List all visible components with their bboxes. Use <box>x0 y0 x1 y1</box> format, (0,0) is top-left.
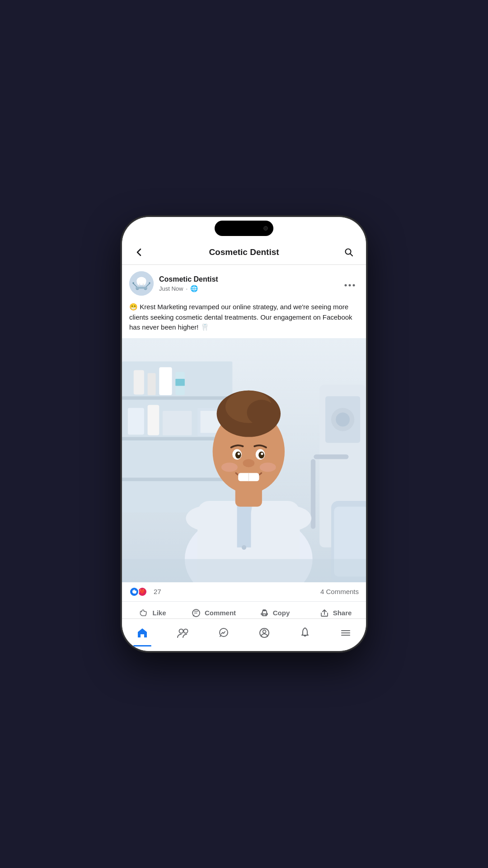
svg-point-62 <box>186 505 230 531</box>
copy-button[interactable]: Copy <box>244 604 305 619</box>
svg-point-45 <box>242 545 246 549</box>
search-button[interactable] <box>341 244 357 260</box>
svg-point-54 <box>258 451 264 458</box>
globe-icon: 🌐 <box>190 285 198 292</box>
messenger-icon <box>218 627 230 639</box>
groups-icon <box>258 627 270 639</box>
svg-point-61 <box>260 462 276 472</box>
nav-groups[interactable] <box>244 619 285 646</box>
svg-point-70 <box>263 630 266 633</box>
svg-point-6 <box>137 280 141 285</box>
more-options-button[interactable] <box>341 276 359 291</box>
svg-rect-37 <box>314 454 348 459</box>
camera-dot <box>263 226 268 231</box>
nav-notifications[interactable] <box>285 619 325 646</box>
nav-friends[interactable] <box>163 619 203 646</box>
bottom-nav <box>122 618 366 651</box>
svg-point-53 <box>235 451 241 458</box>
action-buttons: Like Comment <box>122 602 366 619</box>
svg-point-14 <box>345 284 347 287</box>
svg-point-57 <box>243 459 254 467</box>
nav-home[interactable] <box>122 619 163 646</box>
reaction-count: 27 <box>154 588 161 595</box>
comments-count: 4 Comments <box>320 588 359 595</box>
comment-label: Comment <box>205 609 236 617</box>
phone-frame: Cosmetic Dentist <box>122 217 366 651</box>
svg-point-63 <box>267 505 311 531</box>
avatar[interactable] <box>129 271 154 296</box>
svg-rect-27 <box>175 379 185 386</box>
svg-rect-38 <box>311 459 315 528</box>
svg-rect-4 <box>136 287 147 289</box>
svg-point-55 <box>238 453 240 455</box>
share-label: Share <box>333 609 352 617</box>
phone-screen: Cosmetic Dentist <box>122 217 366 651</box>
nav-bar: Cosmetic Dentist <box>122 240 366 265</box>
feed-content: Cosmetic Dentist Just Now · 🌐 <box>122 265 366 618</box>
nav-messenger[interactable] <box>203 619 244 646</box>
like-reaction-icon <box>129 587 139 597</box>
post-author: Cosmetic Dentist <box>159 275 335 284</box>
post-body: 😁 Krest Marketing revamped our online st… <box>122 300 366 338</box>
svg-point-50 <box>247 400 276 425</box>
reaction-icons: ❤️ <box>129 587 147 597</box>
nav-menu[interactable] <box>325 619 366 646</box>
share-button[interactable]: Share <box>305 604 366 619</box>
post-meta: Cosmetic Dentist Just Now · 🌐 <box>159 275 335 292</box>
post-header: Cosmetic Dentist Just Now · 🌐 <box>122 265 366 300</box>
post-image <box>122 338 366 582</box>
svg-point-7 <box>142 280 146 285</box>
svg-rect-23 <box>134 370 144 394</box>
reactions-row: ❤️ 27 4 Comments <box>122 582 366 602</box>
like-button[interactable]: Like <box>122 604 183 619</box>
svg-rect-28 <box>128 408 144 434</box>
status-bar <box>122 217 366 240</box>
back-button[interactable] <box>131 244 147 260</box>
svg-rect-20 <box>122 396 232 400</box>
share-icon <box>319 608 329 618</box>
copy-icon <box>259 608 269 618</box>
home-icon <box>136 627 148 639</box>
comment-button[interactable]: Comment <box>183 604 244 619</box>
svg-point-56 <box>261 453 263 455</box>
svg-rect-44 <box>237 501 251 547</box>
friends-icon <box>177 627 189 639</box>
comment-icon <box>191 608 201 618</box>
svg-rect-22 <box>122 477 232 481</box>
post-card: Cosmetic Dentist Just Now · 🌐 <box>122 265 366 618</box>
svg-rect-29 <box>148 405 160 435</box>
bell-icon <box>300 627 310 639</box>
svg-rect-25 <box>159 367 172 395</box>
svg-rect-30 <box>163 410 192 435</box>
svg-point-16 <box>353 284 355 287</box>
svg-rect-24 <box>148 373 156 395</box>
dot-separator: · <box>186 285 188 292</box>
like-icon <box>139 608 149 618</box>
svg-point-60 <box>221 462 238 472</box>
reaction-left: ❤️ 27 <box>129 587 161 597</box>
svg-rect-64 <box>122 559 366 582</box>
svg-point-67 <box>184 629 188 633</box>
post-time: Just Now <box>159 285 183 292</box>
svg-point-13 <box>149 282 150 284</box>
like-label: Like <box>152 609 166 617</box>
page-title: Cosmetic Dentist <box>209 247 279 257</box>
svg-point-66 <box>179 629 183 633</box>
svg-point-15 <box>349 284 351 287</box>
svg-point-36 <box>336 412 350 426</box>
svg-point-12 <box>132 282 134 284</box>
menu-icon <box>340 627 352 639</box>
copy-label: Copy <box>273 609 290 617</box>
post-time-row: Just Now · 🌐 <box>159 285 335 292</box>
dynamic-island <box>215 221 273 236</box>
